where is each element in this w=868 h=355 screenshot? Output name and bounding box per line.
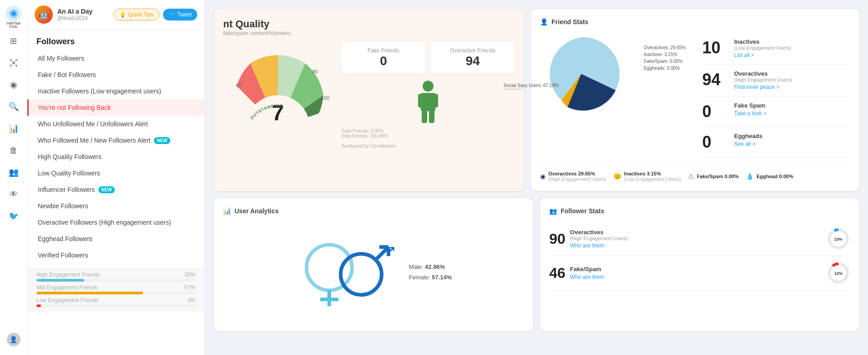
fake-label: Fake Friends: 0.00% [342,129,515,134]
friend-stats-icon: 👤 [540,18,548,26]
gender-labels: Male: 42.86% Female: 57.14% [409,263,452,281]
svg-line-8 [11,60,14,63]
pie-legend-social: Social Savy Users: 67.19% [504,83,559,89]
real-label: Real Friends: 100.00% [342,134,515,139]
sidebar-icon-search[interactable]: 🔍 [5,98,23,116]
nav-item-high-quality[interactable]: High Quality Followers [27,149,204,165]
fake-friends-card: Fake Friends 0 [342,42,425,74]
nav-item-not-following-back[interactable]: You're not Following Back [27,99,204,116]
friend-stats-card: 👤 Friend Stats [531,9,859,191]
sidebar-icon-eye2[interactable]: 👁 [5,185,23,203]
friend-stats-body: Social Savy Users: 67.19% Overactives: 2… [540,33,850,158]
analyzed-by: Analyzed by Circleboom [342,143,515,149]
sidebar-icon-people[interactable]: 👥 [5,163,23,181]
sidebar-icon-nodes[interactable] [5,54,23,72]
follower-stats-icon: 👥 [549,207,557,215]
sidebar-icon-twitter[interactable]: 🐦 [5,207,23,225]
avatar: 🤖 [35,5,53,24]
overactives-who-link[interactable]: Who are them [570,242,604,249]
user-figure [342,79,515,127]
svg-point-18 [423,81,434,92]
nav-item-egghead[interactable]: Egghead Followers [27,231,204,247]
svg-line-10 [11,63,14,66]
follower-fakespam-row: 46 Fake/Spam Who are them 12% [549,256,850,290]
svg-line-11 [14,63,16,66]
svg-point-24 [306,245,352,290]
user-handle: @itools2024 [57,15,92,21]
nav-item-unfollowed-me[interactable]: Who Unfollowed Me / Unfollowers Alert [27,116,204,132]
lightbulb-icon: 💡 [119,11,126,18]
user-analytics-card: 📊 User Analytics ↗ [214,198,533,331]
new-badge-influencer: NEW [98,186,114,193]
svg-rect-21 [433,94,438,108]
nav-item-inactive[interactable]: Inactive Followers (Low engagement users… [27,83,204,99]
svg-text:↗: ↗ [386,244,395,256]
top-row: nt Quality fake/spam content/followers. [214,9,859,191]
pie-legend-right: Overactives: 29.65% Inactives: 3.15% Fak… [644,45,686,71]
main-content: nt Quality fake/spam content/followers. [205,0,868,355]
gender-section: ↗ Male: 42.86% Female: 57.14% [223,222,524,322]
stat-overactives: 94 Overactives (High Engagement Users) F… [702,65,850,97]
nav-item-overactive[interactable]: Overactive Followers (High engagement us… [27,214,204,231]
header-buttons: 💡 Quick Tips 🐦 Tweet [113,9,197,21]
gauge-title: nt Quality [223,18,515,30]
analytics-icon: 📊 [223,207,231,215]
user-analytics-title: 📊 User Analytics [223,207,524,215]
nav-item-verified[interactable]: Verified Followers [27,247,204,263]
user-name: An AI a Day [57,8,92,15]
stat-fakespam-bottom: ⚠ Fake/Spam 0.00% [688,171,739,182]
svg-text:80: 80 [312,69,318,74]
svg-text:12%: 12% [834,271,842,276]
fakespam-who-link[interactable]: Who are them [570,274,604,280]
user-info: An AI a Day @itools2024 [57,8,92,21]
sidebar-icon-grid[interactable]: ⊞ [5,32,23,50]
gauge-subtitle: fake/spam content/followers. [223,30,515,36]
sidebar: TWITTER TOOL ⊞ ◉ 🔍 📊 🗑 👥 👁 🐦 👤 [0,0,27,355]
nav-item-low-quality[interactable]: Low Quality Followers [27,165,204,181]
take-a-look-link[interactable]: Take a look > [734,110,766,117]
friend-stats-right: 10 Inactives (Low Engagement Users) List… [702,33,850,158]
nav-section-title: Followers [27,30,204,50]
svg-point-27 [341,254,382,295]
friend-stats-title: 👤 Friend Stats [540,18,850,26]
nav-item-influencer[interactable]: Influencer Followers NEW [27,181,204,198]
bottom-row: 📊 User Analytics ↗ [214,198,859,331]
logo-text: TWITTER TOOL [5,22,23,28]
svg-text:100: 100 [321,95,329,101]
stat-egghead-bottom: 💧 Egghead 0.00% [746,171,793,182]
panel-header: 🤖 An AI a Day @itools2024 💡 Quick Tips 🐦… [27,0,204,30]
overactives-donut: 23% [827,227,850,250]
low-engagement-row: Low Engagement Friends3% [36,297,195,307]
svg-line-9 [14,60,16,63]
quick-tips-button[interactable]: 💡 Quick Tips [113,9,159,21]
sidebar-icon-eye[interactable]: ◉ [5,76,23,94]
quality-gauge-card: nt Quality fake/spam content/followers. [214,9,524,191]
list-all-link[interactable]: List all > [734,52,754,58]
follower-stats-title: 👥 Follower Stats [549,207,850,215]
stat-fake-spam: 0 Fake Spam Take a look > [702,97,850,127]
fakespam-donut: 12% [827,262,850,284]
sidebar-icon-trash[interactable]: 🗑 [5,141,23,159]
nav-item-fake-bot[interactable]: Fake / Bot Followers [27,67,204,83]
twitter-bird-icon: 🐦 [168,11,175,18]
nav-item-all-followers[interactable]: All My Followers [27,50,204,67]
see-all-link[interactable]: See all > [734,141,756,147]
sidebar-icon-avatar[interactable]: 👤 [5,330,23,349]
follower-stats-card: 👥 Follower Stats 90 Overactives (High En… [540,198,859,331]
logo: TWITTER TOOL [5,5,23,23]
mid-engagement-row: Mid Engagement Friends67% [36,284,195,294]
pie-chart: Social Savy Users: 67.19% Overactives: 2… [540,33,622,158]
new-badge-followed: NEW [154,137,170,144]
overactive-friends-card: Overactive Friends 94 [431,42,515,74]
find-inner-peace-link[interactable]: Find inner peace > [734,84,780,90]
tweet-button[interactable]: 🐦 Tweet [163,9,197,21]
nav-item-followed-me[interactable]: Who Followed Me / New Followers Alert NE… [27,132,204,149]
svg-point-2 [11,11,16,16]
svg-text:23%: 23% [834,237,842,242]
stat-eggheads: 0 Eggheads See all > [702,127,850,158]
stat-inactives: 10 Inactives (Low Engagement Users) List… [702,33,850,65]
nav-item-newbie[interactable]: Newbie Followers [27,198,204,214]
svg-rect-22 [422,110,427,123]
gender-icon: ↗ [295,231,395,313]
sidebar-icon-chart[interactable]: 📊 [5,119,23,138]
